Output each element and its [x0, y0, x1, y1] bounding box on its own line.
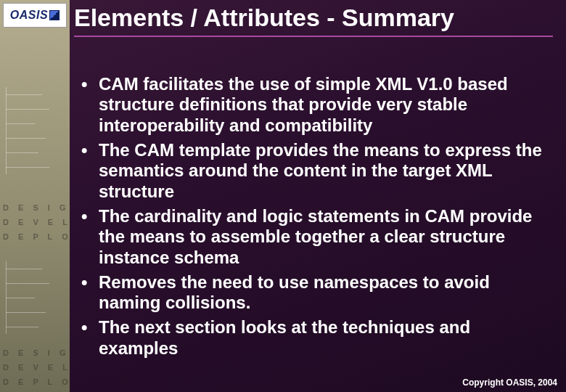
list-item: The next section looks at the techniques… — [80, 317, 544, 359]
oasis-logo: OASIS — [3, 3, 67, 28]
bullet-list: CAM facilitates the use of simple XML V1… — [80, 74, 544, 363]
copyright-text: Copyright OASIS, 2004 — [462, 377, 557, 388]
side-label-design: D E S I G N — [3, 348, 70, 357]
decorative-tree-icon — [4, 87, 62, 189]
slide-title: Elements / Attributes - Summary — [74, 3, 553, 37]
side-label-deploy: D E P L O Y — [3, 377, 70, 386]
list-item: The CAM template provides the means to e… — [80, 140, 544, 202]
logo-mark-icon — [49, 10, 60, 20]
list-item: The cardinality and logic statements in … — [80, 206, 544, 268]
list-item: CAM facilitates the use of simple XML V1… — [80, 74, 544, 136]
left-accent-column: OASIS D E S I G N D E V E L O P D E P L … — [0, 0, 70, 392]
list-item: Removes the need to use namespaces to av… — [80, 272, 544, 314]
logo-text: OASIS — [10, 9, 48, 22]
side-label-deploy: D E P L O Y — [3, 232, 70, 241]
side-label-develop: D E V E L O P — [3, 218, 70, 226]
side-label-develop: D E V E L O P — [3, 363, 70, 372]
slide: OASIS D E S I G N D E V E L O P D E P L … — [0, 0, 566, 392]
side-label-design: D E S I G N — [3, 203, 70, 212]
decorative-tree-icon — [4, 261, 62, 363]
